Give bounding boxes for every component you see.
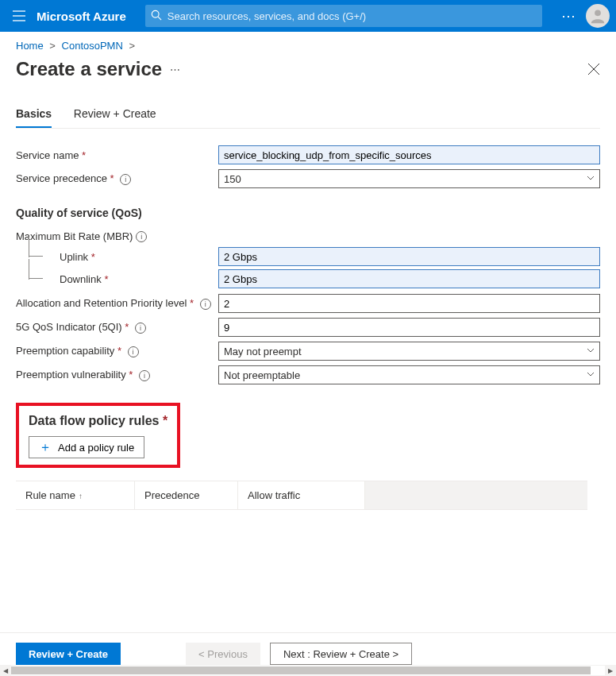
col-precedence[interactable]: Precedence (135, 481, 238, 509)
add-policy-rule-button[interactable]: ＋ Add a policy rule (29, 436, 144, 458)
search-input[interactable] (145, 5, 542, 27)
arp-input[interactable] (218, 294, 600, 313)
info-icon[interactable]: i (120, 174, 131, 185)
chevron-down-icon (587, 370, 595, 378)
uplink-input[interactable] (218, 247, 600, 266)
qos-heading: Quality of service (QoS) (16, 207, 600, 219)
info-icon[interactable]: i (128, 346, 139, 357)
tab-review[interactable]: Review + Create (74, 102, 156, 126)
overflow-menu[interactable]: ⋯ (556, 7, 581, 25)
avatar[interactable] (586, 4, 610, 28)
title-more-icon[interactable]: ⋯ (170, 64, 180, 75)
service-precedence-select[interactable]: 150 (218, 169, 600, 188)
svg-point-3 (152, 10, 159, 17)
close-button[interactable] (587, 63, 600, 75)
qi-input[interactable] (218, 318, 600, 337)
label-5qi: 5G QoS Indicator (5QI) (16, 321, 122, 333)
tab-basics[interactable]: Basics (16, 102, 52, 128)
scroll-right-icon[interactable]: ▶ (605, 665, 616, 676)
info-icon[interactable]: i (200, 299, 211, 310)
label-service-precedence: Service precedence (16, 172, 107, 184)
preempt-vul-select[interactable]: Not preemptable (218, 365, 600, 384)
label-arp: Allocation and Retention Priority level (16, 297, 187, 309)
sort-asc-icon: ↑ (79, 492, 83, 500)
rules-heading: Data flow policy rules (29, 414, 159, 427)
col-allow-traffic[interactable]: Allow traffic (238, 481, 365, 509)
info-icon[interactable]: i (135, 323, 146, 334)
highlight-region: Data flow policy rules * ＋ Add a policy … (16, 403, 180, 468)
search-icon (151, 10, 162, 21)
brand-label: Microsoft Azure (37, 10, 126, 23)
page-title: Create a service (16, 58, 162, 80)
info-icon[interactable]: i (139, 370, 150, 381)
label-preempt-vul: Preemption vulnerability (16, 369, 126, 380)
svg-point-5 (595, 10, 601, 16)
previous-button: < Previous (186, 643, 260, 665)
label-mbr: Maximum Bit Rate (MBR) (16, 230, 133, 242)
col-spacer (365, 481, 587, 509)
breadcrumb-home[interactable]: Home (16, 40, 44, 52)
next-button[interactable]: Next : Review + Create > (270, 643, 412, 665)
col-rule-name[interactable]: Rule name↑ (16, 481, 135, 509)
label-uplink: Uplink (60, 251, 88, 263)
chevron-down-icon (587, 174, 595, 182)
horizontal-scrollbar[interactable]: ◀ ▶ (0, 665, 616, 676)
scroll-left-icon[interactable]: ◀ (0, 665, 11, 676)
breadcrumb-item[interactable]: ContosoPMN (62, 40, 123, 52)
label-preempt-cap: Preemption capability (16, 345, 114, 357)
downlink-input[interactable] (218, 269, 600, 288)
review-create-button[interactable]: Review + Create (16, 643, 121, 665)
rules-table: Rule name↑ Precedence Allow traffic (16, 481, 587, 510)
menu-icon[interactable] (6, 10, 32, 21)
preempt-cap-select[interactable]: May not preempt (218, 342, 600, 361)
breadcrumb: Home > ContosoPMN > (16, 40, 600, 52)
svg-line-4 (158, 17, 161, 20)
label-downlink: Downlink (60, 273, 102, 285)
label-service-name: Service name (16, 149, 79, 161)
chevron-down-icon (587, 346, 595, 354)
plus-icon: ＋ (39, 441, 52, 454)
info-icon[interactable]: i (136, 231, 147, 242)
service-name-input[interactable] (218, 145, 600, 164)
